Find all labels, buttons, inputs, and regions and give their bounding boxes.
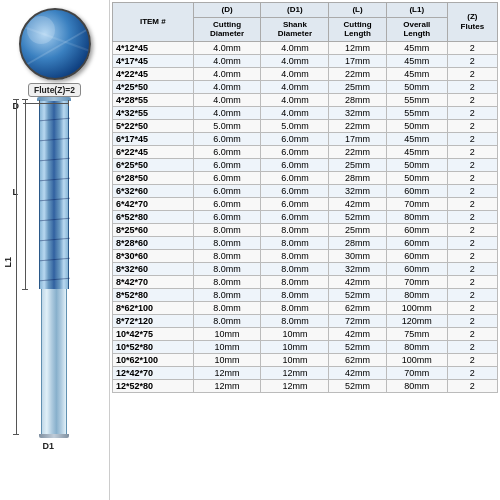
table-row: 8*25*60 8.0mm 8.0mm 25mm 60mm 2 [113,223,498,236]
col-header-d1: (D1) [261,3,329,18]
cell-z: 2 [447,223,497,236]
cell-z: 2 [447,93,497,106]
cell-z: 2 [447,288,497,301]
cell-d: 6.0mm [193,145,261,158]
flute-badge: Flute(Z)=2 [28,83,81,97]
col-header-d: (D) [193,3,261,18]
right-panel: ITEM # (D) (D1) (L) (L1) (Z)Flutes Cutti… [110,0,500,500]
table-row: 4*25*50 4.0mm 4.0mm 25mm 50mm 2 [113,80,498,93]
table-row: 6*17*45 6.0mm 6.0mm 17mm 45mm 2 [113,132,498,145]
cell-l1: 50mm [386,80,447,93]
cell-z: 2 [447,353,497,366]
cell-l1: 100mm [386,301,447,314]
tool-shaft-upper [39,99,69,289]
cell-d1: 5.0mm [261,119,329,132]
cell-z: 2 [447,158,497,171]
cell-l1: 45mm [386,41,447,54]
cell-item: 10*42*75 [113,327,194,340]
table-row: 8*62*100 8.0mm 8.0mm 62mm 100mm 2 [113,301,498,314]
cell-l1: 60mm [386,223,447,236]
cell-l: 17mm [329,54,387,67]
cell-d1: 8.0mm [261,236,329,249]
cell-item: 8*42*70 [113,275,194,288]
cell-item: 6*25*50 [113,158,194,171]
cell-l1: 60mm [386,184,447,197]
cell-l: 12mm [329,41,387,54]
cell-l: 52mm [329,379,387,392]
cell-d: 5.0mm [193,119,261,132]
table-row: 6*52*80 6.0mm 6.0mm 52mm 80mm 2 [113,210,498,223]
cell-d: 4.0mm [193,106,261,119]
cell-l1: 55mm [386,106,447,119]
cell-l1: 80mm [386,288,447,301]
cell-item: 6*17*45 [113,132,194,145]
cell-z: 2 [447,197,497,210]
cell-d: 8.0mm [193,275,261,288]
cell-d: 8.0mm [193,262,261,275]
cell-l1: 50mm [386,119,447,132]
tool-head-circle [19,8,91,80]
cell-z: 2 [447,184,497,197]
cell-z: 2 [447,106,497,119]
cell-d1: 8.0mm [261,314,329,327]
cell-d1: 6.0mm [261,145,329,158]
cell-d1: 8.0mm [261,262,329,275]
cell-z: 2 [447,119,497,132]
cell-item: 6*42*70 [113,197,194,210]
cell-d: 8.0mm [193,301,261,314]
cell-l: 30mm [329,249,387,262]
cell-z: 2 [447,249,497,262]
cell-z: 2 [447,275,497,288]
cell-d1: 4.0mm [261,106,329,119]
cell-z: 2 [447,54,497,67]
table-row: 4*12*45 4.0mm 4.0mm 12mm 45mm 2 [113,41,498,54]
cell-l: 42mm [329,197,387,210]
table-row: 12*42*70 12mm 12mm 42mm 70mm 2 [113,366,498,379]
cell-d: 6.0mm [193,158,261,171]
cell-d1: 4.0mm [261,41,329,54]
cell-z: 2 [447,210,497,223]
cell-l: 42mm [329,275,387,288]
col-header-l1: (L1) [386,3,447,18]
cell-d: 6.0mm [193,197,261,210]
cell-d1: 6.0mm [261,210,329,223]
cell-l: 22mm [329,67,387,80]
table-row: 8*30*60 8.0mm 8.0mm 30mm 60mm 2 [113,249,498,262]
table-row: 10*62*100 10mm 10mm 62mm 100mm 2 [113,353,498,366]
cell-l: 28mm [329,236,387,249]
dimension-l1-label: L1 [3,257,13,268]
cell-l1: 45mm [386,132,447,145]
cell-d: 4.0mm [193,54,261,67]
cell-item: 12*42*70 [113,366,194,379]
cell-d: 8.0mm [193,249,261,262]
cell-item: 8*25*60 [113,223,194,236]
cell-l: 28mm [329,93,387,106]
cell-item: 8*52*80 [113,288,194,301]
cell-z: 2 [447,379,497,392]
cell-d1: 4.0mm [261,67,329,80]
cell-l1: 55mm [386,93,447,106]
cell-item: 8*72*120 [113,314,194,327]
cell-d1: 8.0mm [261,288,329,301]
cell-d: 12mm [193,379,261,392]
cell-z: 2 [447,80,497,93]
cell-l: 52mm [329,340,387,353]
table-row: 8*42*70 8.0mm 8.0mm 42mm 70mm 2 [113,275,498,288]
cell-z: 2 [447,327,497,340]
cell-l: 22mm [329,145,387,158]
cell-d1: 4.0mm [261,93,329,106]
left-panel: Flute(Z)=2 D L [0,0,110,500]
cell-l: 52mm [329,288,387,301]
table-row: 4*28*55 4.0mm 4.0mm 28mm 55mm 2 [113,93,498,106]
col-header-d1-sub: ShankDiameter [261,17,329,41]
table-row: 5*22*50 5.0mm 5.0mm 22mm 50mm 2 [113,119,498,132]
cell-d1: 10mm [261,327,329,340]
cell-d1: 10mm [261,353,329,366]
cell-l: 32mm [329,106,387,119]
cell-l1: 80mm [386,379,447,392]
cell-d: 4.0mm [193,41,261,54]
cell-l: 42mm [329,327,387,340]
cell-d1: 8.0mm [261,249,329,262]
table-row: 4*22*45 4.0mm 4.0mm 22mm 45mm 2 [113,67,498,80]
cell-d: 4.0mm [193,67,261,80]
